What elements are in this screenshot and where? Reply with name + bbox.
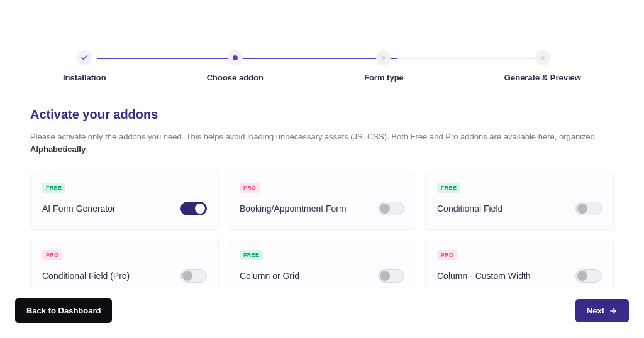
toggle-switch[interactable] — [575, 269, 602, 283]
dot-icon — [376, 50, 391, 65]
toggle-switch[interactable] — [378, 269, 404, 283]
badge-free: FREE — [240, 250, 263, 260]
addon-title: Column - Custom Width — [437, 271, 531, 281]
subtitle-text: Please activate only the addons you need… — [30, 132, 595, 141]
step-label: Installation — [63, 73, 106, 82]
toggle-switch[interactable] — [180, 202, 207, 215]
step-generate-preview[interactable]: Generate & Preview — [504, 50, 581, 82]
toggle-switch[interactable] — [575, 202, 602, 215]
arrow-right-icon — [609, 307, 618, 315]
addon-title: Booking/Appointment Form — [240, 204, 347, 214]
stepper-track — [97, 58, 547, 59]
page-subtitle: Please activate only the addons you need… — [30, 131, 614, 155]
step-form-type[interactable]: Form type — [364, 50, 404, 82]
badge-pro: PRO — [240, 183, 260, 193]
addon-card: PRO Booking/Appointment Form — [228, 172, 416, 230]
addon-title: Column or Grid — [240, 271, 299, 281]
addon-grid: FREE AI Form Generator PRO Booking/Appoi… — [30, 172, 614, 297]
dot-icon — [228, 50, 243, 65]
stepper: Installation Choose addon Form type Gene… — [0, 0, 644, 82]
toggle-switch[interactable] — [378, 202, 404, 215]
page-title: Activate your addons — [30, 107, 614, 122]
subtitle-text: . — [86, 144, 88, 154]
step-choose-addon[interactable]: Choose addon — [207, 50, 264, 82]
back-to-dashboard-button[interactable]: Back to Dashboard — [15, 298, 112, 323]
badge-free: FREE — [42, 183, 65, 193]
toggle-switch[interactable] — [180, 269, 207, 283]
check-icon — [77, 50, 92, 65]
next-label: Next — [587, 306, 604, 315]
subtitle-bold: Alphabetically — [30, 144, 86, 154]
step-label: Generate & Preview — [504, 73, 581, 82]
addon-card: FREE Conditional Field — [425, 172, 614, 230]
step-label: Choose addon — [207, 73, 264, 82]
addon-title: AI Form Generator — [42, 204, 116, 214]
next-button[interactable]: Next — [575, 299, 629, 322]
badge-pro: PRO — [437, 250, 457, 260]
addon-title: Conditional Field (Pro) — [42, 271, 130, 281]
addon-card: FREE AI Form Generator — [30, 172, 219, 230]
addon-title: Conditional Field — [437, 204, 502, 214]
step-installation[interactable]: Installation — [63, 50, 106, 82]
dot-icon — [535, 50, 550, 65]
footer-bar: Back to Dashboard Next — [0, 288, 644, 338]
step-label: Form type — [364, 73, 404, 82]
badge-pro: PRO — [42, 250, 62, 260]
badge-free: FREE — [437, 183, 460, 193]
